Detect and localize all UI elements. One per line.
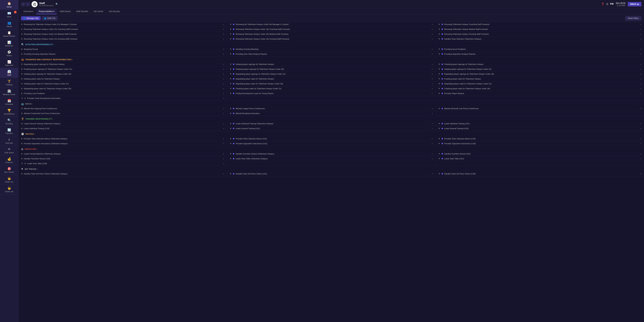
sidebar-item-tactics[interactable]: ⚽ Tactics xyxy=(0,49,18,58)
dropdown-arrow-icon[interactable]: ▾ xyxy=(640,73,641,75)
dropdown-arrow-icon[interactable]: ▾ xyxy=(223,92,224,94)
tab-staff-shortlist[interactable]: Staff Shortlist xyxy=(74,9,90,14)
expand-icon[interactable]: ▼ xyxy=(230,152,232,155)
dropdown-arrow-icon[interactable]: ▾ xyxy=(432,92,433,94)
expand-icon[interactable]: ▼ xyxy=(438,88,440,90)
dropdown-arrow-icon[interactable]: ▾ xyxy=(432,108,433,110)
expand-icon[interactable]: ▼ xyxy=(438,158,440,160)
dropdown-arrow-icon[interactable]: ▾ xyxy=(223,98,224,99)
tab-job-security[interactable]: Job Security xyxy=(106,9,122,14)
section-header-match-day[interactable]: 🏟MATCH DAY › xyxy=(18,147,644,152)
expand-icon[interactable]: ▼ xyxy=(230,73,232,75)
sidebar-item-home[interactable]: 🏠 Home xyxy=(0,0,18,10)
expand-icon[interactable]: ▼ xyxy=(230,127,232,130)
expand-icon[interactable]: ▼ xyxy=(438,82,440,85)
dropdown-arrow-icon[interactable]: ▾ xyxy=(223,48,224,50)
expand-icon[interactable]: ▼ xyxy=(438,73,440,75)
nav-back-button[interactable]: ‹ xyxy=(21,2,25,6)
sidebar-item-inbox[interactable]: 1 📧 Inbox xyxy=(0,10,18,20)
dropdown-arrow-icon[interactable]: ▾ xyxy=(223,88,224,90)
expand-icon[interactable]: ▼ xyxy=(230,112,232,114)
nav-forward-button[interactable]: › xyxy=(26,2,30,6)
expand-icon[interactable]: ▼ xyxy=(230,23,232,26)
section-header-tactics[interactable]: ⚽TACTICS › xyxy=(18,132,644,136)
expand-icon[interactable]: ▼ xyxy=(438,33,440,35)
expand-icon[interactable]: ▼ xyxy=(438,68,440,70)
sidebar-item-club-info[interactable]: ℹ Club Info xyxy=(0,136,18,146)
dropdown-arrow-icon[interactable]: ▾ xyxy=(223,123,224,124)
expand-icon[interactable]: ▼ xyxy=(230,82,232,85)
expand-icon[interactable]: ▼ xyxy=(438,63,440,66)
dropdown-arrow-icon[interactable]: ▾ xyxy=(640,38,641,40)
dropdown-arrow-icon[interactable]: ▾ xyxy=(640,24,641,25)
tab-responsibilities[interactable]: Responsibilities ▾ xyxy=(36,9,57,14)
inbox-button[interactable]: INBOX ▶ xyxy=(628,2,641,6)
section-header-set-pieces[interactable]: ⚑SET PIECES › xyxy=(18,167,644,172)
expand-icon[interactable]: ▼ xyxy=(230,48,232,50)
dropdown-arrow-icon[interactable]: ▾ xyxy=(432,78,433,80)
dropdown-arrow-icon[interactable]: ▾ xyxy=(640,48,641,50)
expand-icon[interactable]: ▼ xyxy=(230,33,232,35)
dropdown-arrow-icon[interactable]: ▾ xyxy=(432,158,433,160)
search-area[interactable]: 🔍 xyxy=(56,3,58,5)
dropdown-arrow-icon[interactable]: ▾ xyxy=(223,128,224,130)
dropdown-arrow-icon[interactable]: ▾ xyxy=(640,83,641,85)
sidebar-item-squad-planner[interactable]: 📋 Squad Planner xyxy=(0,29,18,39)
dropdown-arrow-icon[interactable]: ▾ xyxy=(640,92,641,94)
expand-icon[interactable]: ▼ xyxy=(21,97,23,100)
dropdown-arrow-icon[interactable]: ▾ xyxy=(223,24,224,25)
expand-icon[interactable]: ▼ xyxy=(230,122,232,125)
dropdown-arrow-icon[interactable]: ▾ xyxy=(640,33,641,35)
dropdown-arrow-icon[interactable]: ▾ xyxy=(432,83,433,85)
dropdown-arrow-icon[interactable]: ▾ xyxy=(432,38,433,40)
dropdown-arrow-icon[interactable]: ▾ xyxy=(640,88,641,90)
sidebar-item-finances[interactable]: 💰 Finances xyxy=(0,156,18,165)
manager-filter-button[interactable]: 👤 Manager (28) xyxy=(21,16,40,20)
expand-icon[interactable]: ▼ xyxy=(438,92,440,94)
sidebar-item-training[interactable]: 🏋 Training xyxy=(0,78,18,88)
dropdown-arrow-icon[interactable]: ▾ xyxy=(223,163,224,164)
expand-icon[interactable]: ▼ xyxy=(438,38,440,40)
expand-icon[interactable]: ▼ xyxy=(438,23,440,26)
sidebar-item-club-vision[interactable]: 👁 Club Vision xyxy=(0,146,18,156)
expand-icon[interactable]: ▼ xyxy=(438,172,440,175)
sidebar-item-under-21s[interactable]: 👦 Under 21s xyxy=(0,175,18,185)
dropdown-arrow-icon[interactable]: ▾ xyxy=(432,128,433,130)
expand-icon[interactable]: ▼ xyxy=(230,63,232,66)
dropdown-arrow-icon[interactable]: ▾ xyxy=(640,64,641,65)
dropdown-arrow-icon[interactable]: ▾ xyxy=(223,173,224,175)
sidebar-item-data-hub[interactable]: 📈 Data Hub xyxy=(0,58,18,68)
dropdown-arrow-icon[interactable]: ▾ xyxy=(640,123,641,124)
dropdown-arrow-icon[interactable]: ▾ xyxy=(223,153,224,155)
expand-icon[interactable]: ▼ xyxy=(438,138,440,140)
dropdown-arrow-icon[interactable]: ▾ xyxy=(432,143,433,144)
sidebar-item-scouting[interactable]: 🔍 Scouting xyxy=(0,117,18,126)
expand-icon[interactable]: ▼ xyxy=(438,107,440,110)
sidebar-item-competitions[interactable]: 🏆 Competitions xyxy=(0,107,18,117)
dropdown-arrow-icon[interactable]: ▾ xyxy=(432,33,433,35)
expand-icon[interactable]: ▼ xyxy=(230,138,232,140)
dropdown-arrow-icon[interactable]: ▾ xyxy=(640,128,641,130)
sidebar-item-transfers[interactable]: 🔄 Transfers xyxy=(0,126,18,136)
section-header-training-responsibility[interactable]: 🏋TRAINING RESPONSIBILITY › xyxy=(18,116,644,121)
tab-overview[interactable]: Overview ▾ xyxy=(21,9,36,14)
expand-icon[interactable]: ▼ xyxy=(230,142,232,145)
expand-icon[interactable]: ▼ xyxy=(438,53,440,55)
dropdown-arrow-icon[interactable]: ▾ xyxy=(432,28,433,30)
dropdown-arrow-icon[interactable]: ▾ xyxy=(223,143,224,144)
dropdown-arrow-icon[interactable]: ▾ xyxy=(640,68,641,70)
expand-icon[interactable]: ▼ xyxy=(230,28,232,30)
dropdown-arrow-icon[interactable]: ▾ xyxy=(432,48,433,50)
dropdown-arrow-icon[interactable]: ▾ xyxy=(223,73,224,75)
sidebar-item-squad[interactable]: 👥 Squad xyxy=(0,20,18,29)
sidebar-item-under-18s[interactable]: 👦 Under 18s xyxy=(0,185,18,194)
dropdown-arrow-icon[interactable]: ▾ xyxy=(223,158,224,160)
expand-icon[interactable]: ▼ xyxy=(230,92,232,94)
section-header-media[interactable]: 📺MEDIA › xyxy=(18,102,644,106)
expand-icon[interactable]: ▼ xyxy=(230,78,232,80)
expand-icon[interactable]: ▼ xyxy=(438,48,440,50)
expand-icon[interactable]: ▼ xyxy=(21,162,23,165)
expand-icon[interactable]: ▼ xyxy=(438,78,440,80)
dropdown-arrow-icon[interactable]: ▾ xyxy=(223,112,224,114)
expand-icon[interactable]: ▼ xyxy=(230,88,232,90)
